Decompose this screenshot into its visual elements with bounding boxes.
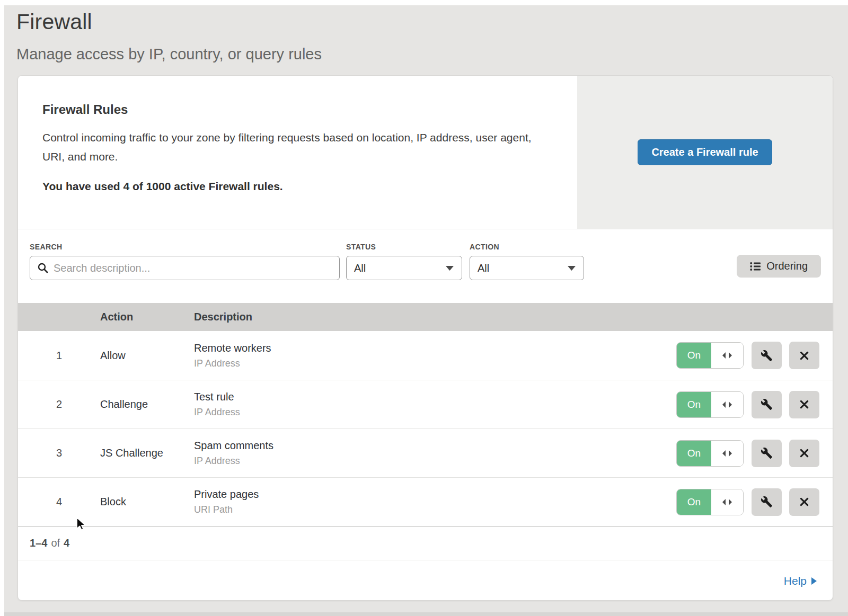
chevron-down-icon xyxy=(568,266,576,271)
delete-rule-button[interactable] xyxy=(789,488,819,516)
description-column-header: Description xyxy=(194,311,833,323)
left-right-arrows-icon xyxy=(721,400,733,409)
status-selected-value: All xyxy=(354,262,366,274)
ordering-button[interactable]: Ordering xyxy=(737,255,821,278)
rule-description-cell: Private pages URI Path xyxy=(194,488,676,515)
rule-priority: 4 xyxy=(18,496,100,508)
rule-priority: 2 xyxy=(18,398,100,410)
section-description: Control incoming traffic to your zone by… xyxy=(42,128,551,166)
search-icon xyxy=(37,262,49,274)
rule-controls: On xyxy=(676,440,833,467)
rule-toggle: On xyxy=(676,342,744,369)
edit-rule-button[interactable] xyxy=(752,342,782,369)
action-group: ACTION All xyxy=(470,243,584,280)
delete-rule-button[interactable] xyxy=(789,440,819,467)
search-input[interactable] xyxy=(30,256,340,280)
rule-controls: On xyxy=(676,342,833,369)
toggle-on-button[interactable]: On xyxy=(677,489,711,515)
overview-text: Firewall Rules Control incoming traffic … xyxy=(18,76,577,229)
toggle-drag-handle[interactable] xyxy=(711,489,743,515)
left-right-arrows-icon xyxy=(721,498,733,506)
overview-section: Firewall Rules Control incoming traffic … xyxy=(18,76,833,229)
status-label: STATUS xyxy=(346,243,462,251)
rule-toggle: On xyxy=(676,391,744,418)
page-subtitle: Manage access by IP, country, or query r… xyxy=(16,46,848,63)
toggle-on-button[interactable]: On xyxy=(677,441,711,466)
wrench-icon xyxy=(761,350,773,362)
rules-table: 1 Allow Remote workers IP Address On xyxy=(18,331,833,526)
close-icon xyxy=(799,496,810,507)
help-link[interactable]: Help xyxy=(784,575,817,587)
close-icon xyxy=(799,350,810,361)
help-link-label: Help xyxy=(784,575,807,587)
rule-description: Spam comments xyxy=(194,440,676,452)
left-right-arrows-icon xyxy=(721,449,733,458)
rule-description-cell: Spam comments IP Address xyxy=(194,440,676,467)
firewall-page: Firewall Manage access by IP, country, o… xyxy=(4,5,848,616)
search-field-wrap xyxy=(30,256,340,280)
rule-action: Allow xyxy=(100,350,194,362)
firewall-rules-card: Firewall Rules Control incoming traffic … xyxy=(17,75,833,601)
close-icon xyxy=(799,399,810,410)
rule-controls: On xyxy=(676,488,833,516)
mouse-cursor xyxy=(76,517,90,533)
delete-rule-button[interactable] xyxy=(789,342,819,369)
pagination-total: 4 xyxy=(64,537,69,549)
edit-rule-button[interactable] xyxy=(752,440,782,467)
edit-rule-button[interactable] xyxy=(752,391,782,418)
toggle-on-button[interactable]: On xyxy=(677,392,711,417)
usage-summary: You have used 4 of 1000 active Firewall … xyxy=(42,180,556,193)
table-row: 4 Block Private pages URI Path On xyxy=(18,477,833,526)
rule-description: Private pages xyxy=(194,488,676,501)
table-row: 3 JS Challenge Spam comments IP Address … xyxy=(18,428,833,477)
page-title: Firewall xyxy=(16,10,848,34)
search-label: SEARCH xyxy=(30,243,340,251)
toggle-on-button[interactable]: On xyxy=(677,343,711,368)
rule-priority: 3 xyxy=(18,447,100,459)
pagination-range: 1–4 xyxy=(30,537,47,549)
wrench-icon xyxy=(761,447,773,459)
edit-rule-button[interactable] xyxy=(752,488,782,516)
rule-description-cell: Remote workers IP Address xyxy=(194,342,676,369)
action-select[interactable]: All xyxy=(470,256,584,280)
rule-controls: On xyxy=(676,391,833,418)
rule-description-cell: Test rule IP Address xyxy=(194,391,676,418)
status-select[interactable]: All xyxy=(346,256,462,280)
rule-match-type: URI Path xyxy=(194,504,676,515)
rule-toggle: On xyxy=(676,440,744,467)
rule-description: Remote workers xyxy=(194,342,676,354)
rule-description: Test rule xyxy=(194,391,676,403)
rule-priority: 1 xyxy=(18,350,100,362)
pagination: 1–4 of 4 xyxy=(18,526,833,560)
left-right-arrows-icon xyxy=(721,351,733,360)
pagination-of: of xyxy=(51,537,60,549)
page-header: Firewall Manage access by IP, country, o… xyxy=(4,5,848,63)
table-row: 1 Allow Remote workers IP Address On xyxy=(18,331,833,380)
table-header: Action Description xyxy=(18,303,833,331)
wrench-icon xyxy=(761,496,773,508)
list-icon xyxy=(750,262,761,271)
chevron-down-icon xyxy=(446,266,454,271)
status-group: STATUS All xyxy=(346,243,462,280)
window-bottom-edge xyxy=(4,612,848,616)
rule-match-type: IP Address xyxy=(194,407,676,418)
filter-bar: SEARCH STATUS All ACTION xyxy=(18,229,833,303)
close-icon xyxy=(799,448,810,459)
table-row: 2 Challenge Test rule IP Address On xyxy=(18,380,833,428)
arrow-right-icon xyxy=(811,577,817,585)
rule-action: JS Challenge xyxy=(100,447,194,459)
section-heading: Firewall Rules xyxy=(42,102,556,117)
ordering-button-label: Ordering xyxy=(766,260,808,272)
rule-match-type: IP Address xyxy=(194,456,676,467)
search-group: SEARCH xyxy=(30,243,340,280)
action-column-header: Action xyxy=(100,311,194,323)
action-selected-value: All xyxy=(478,262,489,274)
wrench-icon xyxy=(761,398,773,410)
toggle-drag-handle[interactable] xyxy=(711,392,743,417)
rule-action: Challenge xyxy=(100,398,194,410)
create-firewall-rule-button[interactable]: Create a Firewall rule xyxy=(638,139,772,165)
delete-rule-button[interactable] xyxy=(789,391,819,418)
help-row: Help xyxy=(18,560,833,601)
toggle-drag-handle[interactable] xyxy=(711,441,743,466)
toggle-drag-handle[interactable] xyxy=(711,343,743,368)
